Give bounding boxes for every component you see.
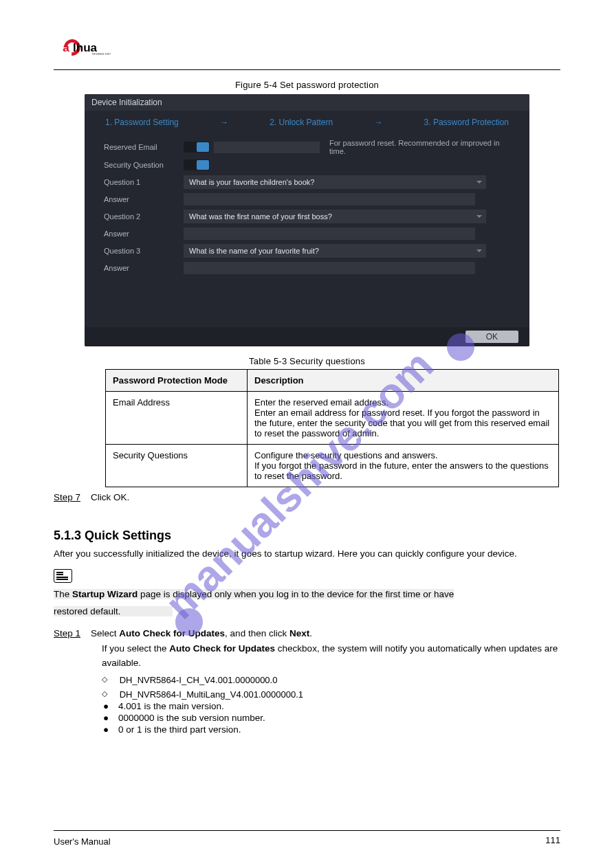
device-init-screenshot: Device Initialization 1. Password Settin… — [85, 94, 529, 346]
security-question-toggle[interactable] — [184, 159, 210, 170]
table-caption: Table 5-3 Security questions — [54, 356, 560, 366]
bullet-main-ver: ● 4.001 is the main version. — [116, 701, 560, 711]
wizard-steps: 1. Password Setting → 2. Unlock Pattern … — [85, 111, 529, 134]
page-header: a lhua TECHNOLOGY — [54, 38, 560, 65]
circle-bullet-icon: ● — [103, 713, 109, 723]
arrow-right-icon: → — [374, 118, 382, 127]
question2-select[interactable]: What was the first name of your first bo… — [184, 210, 486, 223]
arrow-right-icon: → — [220, 118, 228, 127]
footer-title: User's Manual — [54, 836, 111, 847]
security-question-label: Security Question — [104, 161, 184, 169]
answer3-input[interactable] — [184, 262, 475, 274]
question3-select[interactable]: What is the name of your favorite fruit? — [184, 244, 486, 258]
svg-text:lhua: lhua — [73, 41, 98, 54]
question1-label: Question 1 — [104, 178, 184, 186]
row-email-mode: Email Address — [106, 392, 248, 445]
dialog-title: Device Initialization — [85, 94, 529, 111]
code-line-2: ◇ DH_NVR5864-I_MultiLang_V4.001.0000000.… — [102, 689, 560, 700]
step-7-label: Step 7 — [54, 492, 80, 502]
security-questions-table: Password Protection Mode Description Ema… — [105, 369, 559, 487]
step-7-text: Click OK. — [91, 492, 129, 502]
row-email-desc: Enter the reserved email address. Enter … — [248, 392, 559, 445]
step-7: Step 7 Click OK. — [54, 490, 560, 505]
step-1-text: Select Auto Check for Updates, and then … — [91, 628, 312, 638]
note-text: The Startup Wizard page is displayed onl… — [54, 586, 560, 621]
col-desc-header: Description — [248, 370, 559, 392]
header-divider — [54, 69, 560, 70]
email-hint: For password reset. Recommended or impro… — [320, 139, 510, 155]
code-line-1: ◇ DH_NVR5864-I_CH_V4.001.0000000.0 — [102, 675, 560, 685]
section-intro: After you successfully initialized the d… — [54, 546, 560, 562]
circle-bullet-icon: ● — [103, 701, 109, 711]
reserved-email-label: Reserved Email — [104, 143, 184, 151]
reserved-email-toggle[interactable] — [184, 142, 210, 153]
svg-text:TECHNOLOGY: TECHNOLOGY — [92, 53, 111, 56]
answer3-label: Answer — [104, 264, 184, 272]
diamond-bullet-icon: ◇ — [102, 675, 107, 683]
answer2-input[interactable] — [184, 227, 475, 240]
wizard-step-2: 2. Unlock Pattern — [270, 118, 333, 127]
answer1-input[interactable] — [184, 193, 475, 205]
answer1-label: Answer — [104, 195, 184, 203]
row-sq-desc: Configure the security questions and ans… — [248, 445, 559, 487]
svg-text:a: a — [63, 41, 69, 54]
brand-logo: a lhua TECHNOLOGY — [59, 34, 124, 64]
answer2-label: Answer — [104, 230, 184, 238]
bullet-third-ver: ● 0 or 1 is the third part version. — [116, 724, 560, 735]
step-1-label: Step 1 — [54, 628, 80, 638]
question2-label: Question 2 — [104, 212, 184, 221]
wizard-step-3: 3. Password Protection — [424, 118, 509, 127]
ok-button[interactable]: OK — [465, 331, 518, 343]
figure-caption: Figure 5-4 Set password protection — [54, 80, 560, 90]
footer-page-number: 111 — [545, 835, 560, 845]
step-1-sub: If you select the Auto Check for Updates… — [102, 641, 560, 671]
step-1: Step 1 Select Auto Check for Updates, an… — [54, 626, 560, 641]
col-mode-header: Password Protection Mode — [106, 370, 248, 392]
diamond-bullet-icon: ◇ — [102, 689, 107, 698]
bullet-sub-ver: ● 0000000 is the sub version number. — [116, 713, 560, 723]
reserved-email-input[interactable] — [214, 142, 320, 153]
question3-label: Question 3 — [104, 247, 184, 255]
wizard-step-1: 1. Password Setting — [105, 118, 179, 127]
page-footer: User's Manual 111 — [54, 830, 560, 847]
section-heading: 5.1.3 Quick Settings — [54, 528, 560, 543]
question1-select[interactable]: What is your favorite children's book? — [184, 175, 486, 189]
note-icon — [54, 569, 72, 583]
row-sq-mode: Security Questions — [106, 445, 248, 487]
circle-bullet-icon: ● — [103, 724, 109, 735]
